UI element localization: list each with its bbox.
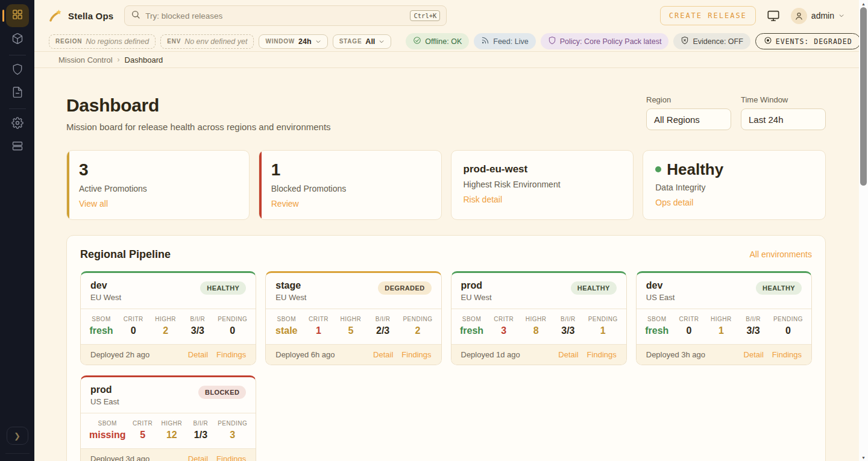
stage-filter-pill[interactable]: STAGE All [333, 34, 392, 49]
stat-value-highr: 1 [709, 325, 733, 336]
brand[interactable]: Stella Ops [49, 8, 113, 23]
detail-link[interactable]: Detail [188, 454, 208, 461]
stat-label: CRITR [307, 316, 331, 322]
stat-value-pending: 0 [218, 325, 247, 336]
env-card-stage-eu-west: stage EU West DEGRADED SBOMstale CRITR1 … [265, 271, 441, 365]
window-filter-pill[interactable]: WINDOW 24h [259, 34, 327, 49]
env-region: EU West [90, 293, 121, 302]
shield-icon [11, 63, 24, 78]
stat-value-pending: 2 [403, 325, 432, 336]
server-icon [11, 140, 24, 154]
active-promotions-label: Active Promotions [79, 184, 237, 193]
stat-label: B/I/R [189, 420, 213, 427]
stat-value-sbom: fresh [89, 325, 113, 336]
chevron-right-icon: ❯ [14, 431, 20, 441]
sidebar-item-dashboard[interactable] [6, 4, 29, 27]
gear-icon [11, 117, 24, 131]
findings-link[interactable]: Findings [587, 350, 617, 359]
feed-status-label: Feed: Live [493, 37, 528, 46]
env-region: US East [90, 397, 119, 406]
grid-icon [11, 8, 24, 23]
shield-icon [548, 36, 556, 46]
stat-value-bir: 3/3 [186, 325, 210, 336]
comet-icon [49, 8, 63, 23]
highest-risk-value: prod-eu-west [464, 161, 621, 175]
scroll-up-arrow[interactable]: ▲ [859, 0, 868, 7]
view-all-link[interactable]: View all [79, 199, 108, 209]
status-badge: HEALTHY [756, 281, 802, 295]
review-link[interactable]: Review [271, 199, 299, 209]
ops-detail-link[interactable]: Ops detail [655, 198, 693, 207]
status-badge: HEALTHY [200, 281, 246, 295]
sidebar-item-security[interactable] [6, 59, 29, 82]
stat-label: PENDING [218, 316, 247, 322]
breadcrumb-parent[interactable]: Mission Control [58, 55, 113, 64]
sidebar-item-documents[interactable] [6, 82, 29, 105]
page-title: Dashboard [66, 95, 331, 116]
summary-cards: 3 Active Promotions View all 1 Blocked P… [66, 150, 826, 220]
time-window-select[interactable]: Last 24h [741, 108, 826, 130]
all-environments-link[interactable]: All environments [750, 249, 813, 259]
search-bar[interactable]: Ctrl+K [124, 5, 447, 26]
card-accent [259, 151, 262, 219]
active-indicator [2, 10, 4, 22]
stat-value-bir: 1/3 [189, 430, 213, 441]
stat-value-pending: 1 [588, 325, 618, 336]
create-release-button[interactable]: CREATE RELEASE [660, 6, 756, 25]
scrollbar-thumb[interactable] [860, 7, 867, 186]
breadcrumb: Mission Control › Dashboard [34, 52, 859, 68]
sidebar-expand-button[interactable]: ❯ [7, 427, 28, 445]
monitor-icon[interactable] [767, 9, 780, 22]
status-badge: DEGRADED [378, 281, 431, 295]
events-status-badge[interactable]: EVENTS: DEGRADED [755, 33, 861, 49]
findings-link[interactable]: Findings [401, 350, 431, 359]
window-filter-value: 24h [298, 37, 312, 46]
sidebar-item-settings[interactable] [6, 113, 29, 136]
detail-link[interactable]: Detail [558, 350, 578, 359]
events-status-label: EVENTS: DEGRADED [776, 37, 852, 46]
sidebar-item-releases[interactable] [6, 28, 29, 51]
scrollbar[interactable]: ▲ ▼ [859, 0, 868, 461]
stat-label: CRITR [131, 420, 155, 427]
detail-link[interactable]: Detail [744, 350, 764, 359]
env-card-dev-eu-west: dev EU West HEALTHY SBOMfresh CRITR0 HIG… [80, 271, 256, 365]
stat-value-critr: 0 [677, 325, 701, 336]
feed-status-badge[interactable]: Feed: Live [474, 33, 535, 49]
stat-value-critr: 0 [121, 325, 145, 336]
offline-status-badge[interactable]: Offline: OK [406, 33, 469, 49]
stat-value-pending: 0 [773, 325, 803, 336]
policy-status-badge[interactable]: Policy: Core Policy Pack latest [541, 33, 669, 49]
blocked-promotions-value: 1 [271, 161, 429, 180]
data-integrity-value: Healthy [667, 161, 723, 178]
card-accent [67, 151, 69, 219]
stat-value-pending: 3 [218, 430, 247, 441]
stat-value-critr: 5 [131, 430, 155, 441]
region-filter-pill[interactable]: REGION No regions defined [49, 34, 156, 49]
sidebar-item-infrastructure[interactable] [6, 136, 29, 158]
stat-label: SBOM [89, 316, 113, 322]
detail-link[interactable]: Detail [373, 350, 393, 359]
region-filter-label: REGION [55, 38, 82, 45]
search-input[interactable] [145, 11, 405, 20]
findings-link[interactable]: Findings [772, 350, 802, 359]
shield-x-icon [681, 36, 689, 46]
breadcrumb-current: Dashboard [125, 55, 163, 64]
health-dot [655, 166, 661, 172]
region-select[interactable]: All Regions [646, 108, 731, 130]
stat-label: HIGHR [524, 316, 548, 322]
findings-link[interactable]: Findings [216, 454, 246, 461]
stat-value-highr: 12 [160, 430, 184, 441]
findings-link[interactable]: Findings [216, 350, 246, 359]
pipeline-grid: dev EU West HEALTHY SBOMfresh CRITR0 HIG… [80, 271, 812, 461]
highest-risk-card: prod-eu-west Highest Risk Environment Ri… [451, 150, 634, 220]
detail-link[interactable]: Detail [188, 350, 208, 359]
env-filter-pill[interactable]: ENV No env defined yet [160, 34, 254, 49]
deployed-time: Deployed 2h ago [90, 350, 149, 359]
risk-detail-link[interactable]: Risk detail [464, 195, 503, 204]
user-menu[interactable]: admin [791, 8, 844, 24]
evidence-status-badge[interactable]: Evidence: OFF [673, 33, 750, 49]
stat-value-highr: 5 [339, 325, 363, 336]
rss-icon [481, 36, 489, 46]
scroll-down-arrow[interactable]: ▼ [859, 454, 868, 461]
status-badge: BLOCKED [198, 386, 246, 399]
